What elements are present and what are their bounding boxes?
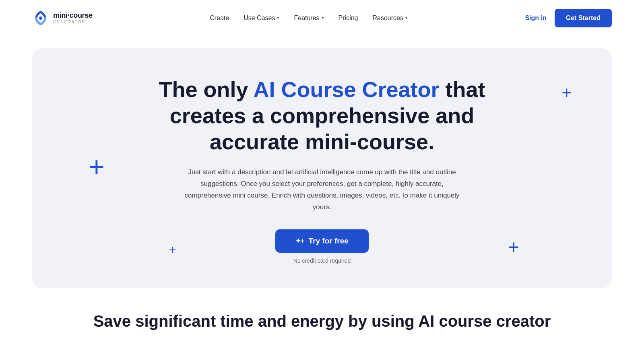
nav-item-features[interactable]: Features ▾: [294, 14, 324, 22]
chevron-down-icon: ▾: [322, 15, 324, 21]
logo-icon: [32, 10, 49, 27]
logo[interactable]: mini·course GENERATOR: [32, 10, 93, 27]
header: mini·course GENERATOR Create Use Cases ▾…: [0, 0, 644, 36]
chevron-down-icon: ▾: [277, 15, 279, 21]
logo-name: mini·course: [53, 12, 93, 20]
chevron-down-icon: ▾: [405, 15, 408, 21]
nav-item-pricing[interactable]: Pricing: [339, 14, 358, 22]
plus-decoration-top-right: +: [561, 84, 572, 101]
logo-sub: GENERATOR: [53, 20, 93, 24]
plus-decoration-bottom-right: +: [508, 237, 519, 257]
hero-heading-highlight: AI Course Creator: [253, 77, 439, 101]
try-free-label: Try for free: [309, 237, 349, 245]
svg-point-0: [39, 16, 42, 20]
nav-item-create[interactable]: Create: [210, 14, 229, 22]
bottom-heading: Save significant time and energy by usin…: [32, 312, 612, 330]
nav-actions: Sign in Get Started: [525, 9, 612, 27]
plus-decoration-bottom-left: +: [169, 244, 176, 256]
main-nav: Create Use Cases ▾ Features ▾ Pricing Re…: [210, 14, 408, 22]
hero-subtext: Just start with a description and let ar…: [181, 167, 463, 213]
hero-heading-plain: The only: [159, 77, 253, 101]
hero-heading: The only AI Course Creator that creates …: [157, 76, 487, 155]
no-credit-text: No credit card required: [293, 258, 351, 264]
plus-decoration-left-mid: +: [89, 153, 105, 180]
try-for-free-button[interactable]: ✦+ Try for free: [275, 229, 369, 253]
nav-item-resources[interactable]: Resources ▾: [373, 14, 408, 22]
hero-section: + + + + The only AI Course Creator that …: [32, 48, 612, 288]
sparkle-icon: ✦+: [295, 237, 304, 245]
sign-in-button[interactable]: Sign in: [525, 14, 546, 22]
nav-item-use-cases[interactable]: Use Cases ▾: [244, 14, 279, 22]
get-started-button[interactable]: Get Started: [555, 9, 612, 27]
bottom-section: Save significant time and energy by usin…: [0, 288, 644, 338]
